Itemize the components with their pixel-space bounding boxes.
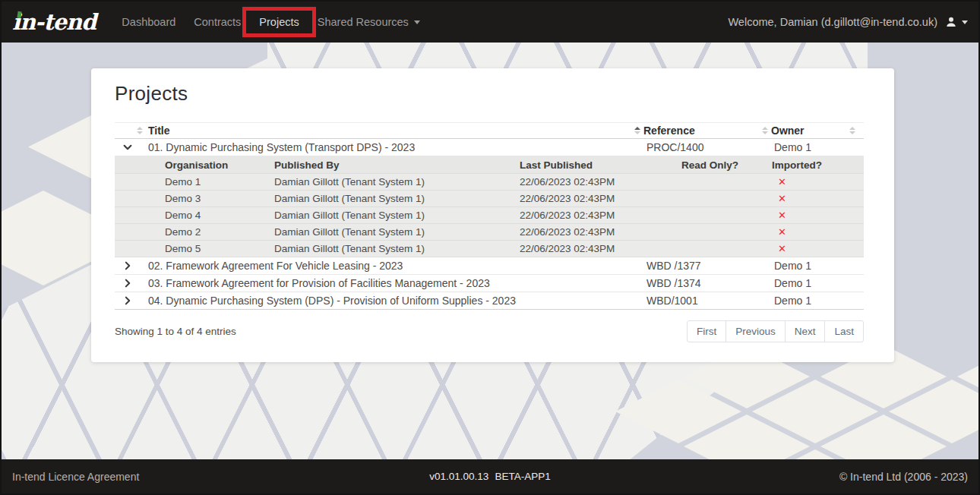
last-published-cell: 22/06/2023 02:43PM: [520, 243, 681, 254]
sort-icon: [849, 127, 855, 134]
subcolumn-read-only: Read Only?: [681, 159, 772, 171]
version-text: v01.01.00.13BETA-APP1: [2, 471, 978, 482]
licence-agreement-link[interactable]: In-tend Licence Agreement: [12, 471, 139, 483]
organisation-cell: Demo 3: [165, 193, 274, 204]
project-title: 03. Framework Agreement for Provision of…: [148, 277, 634, 289]
caret-down-icon: [962, 20, 968, 24]
project-owner: Demo 1: [762, 277, 841, 289]
subtable-row: Demo 4 Damian Gillott (Tenant System 1) …: [115, 207, 864, 224]
subcolumn-imported: Imported?: [772, 159, 864, 171]
not-imported-cross-icon: ✕: [772, 243, 864, 254]
collapse-row-chevron-down-icon[interactable]: [122, 142, 133, 153]
project-title: 04. Dynamic Purchasing System (DPS) - Pr…: [148, 295, 634, 307]
intend-logo[interactable]: in-tend: [12, 9, 102, 35]
subtable-row: Demo 2 Damian Gillott (Tenant System 1) …: [115, 224, 864, 241]
project-reference: WBD /1377: [634, 260, 762, 272]
not-imported-cross-icon: ✕: [772, 210, 864, 221]
column-header-label: Reference: [643, 125, 695, 137]
top-navbar: in-tend Dashboard Contracts Projects Sha…: [2, 2, 978, 43]
header-extra-sort[interactable]: [841, 127, 864, 134]
projects-table: Title Reference Owner: [115, 122, 864, 310]
last-published-cell: 22/06/2023 02:43PM: [520, 193, 681, 204]
subcolumn-organisation: Organisation: [165, 159, 274, 171]
not-imported-cross-icon: ✕: [772, 226, 864, 238]
app-window: in-tend Dashboard Contracts Projects Sha…: [0, 0, 980, 495]
nav-item-label: Projects: [259, 16, 299, 28]
nav-item-projects[interactable]: Projects: [250, 2, 308, 43]
pagination: First Previous Next Last: [687, 320, 864, 342]
subtable-row: Demo 1 Damian Gillott (Tenant System 1) …: [115, 174, 864, 191]
version-number: v01.01.00.13: [429, 471, 488, 482]
caret-down-icon: [414, 20, 420, 24]
project-publications-subtable: Organisation Published By Last Published…: [115, 156, 864, 257]
not-imported-cross-icon: ✕: [772, 193, 864, 204]
published-by-cell: Damian Gillott (Tenant System 1): [274, 243, 520, 254]
header-title-sort[interactable]: [115, 127, 148, 134]
table-header-row: Title Reference Owner: [115, 122, 864, 139]
pagination-next-button[interactable]: Next: [785, 320, 826, 342]
project-owner: Demo 1: [762, 260, 841, 272]
project-reference: WBD/1001: [634, 295, 762, 307]
table-row: 04. Dynamic Purchasing System (DPS) - Pr…: [115, 292, 864, 310]
sort-icon: [762, 127, 768, 134]
organisation-cell: Demo 4: [165, 210, 274, 221]
table-row: 01. Dynamic Purchasing System (Transport…: [115, 139, 864, 156]
expand-row-chevron-right-icon[interactable]: [122, 295, 133, 306]
project-owner: Demo 1: [762, 141, 841, 153]
published-by-cell: Damian Gillott (Tenant System 1): [274, 210, 520, 221]
main-area: Projects Title Reference Owner: [2, 43, 978, 459]
published-by-cell: Damian Gillott (Tenant System 1): [274, 193, 520, 204]
subtable-header-row: Organisation Published By Last Published…: [115, 156, 864, 174]
table-footer: Showing 1 to 4 of 4 entries First Previo…: [115, 320, 864, 342]
last-published-cell: 22/06/2023 02:43PM: [520, 210, 681, 221]
column-header-reference[interactable]: Reference: [634, 125, 762, 137]
pagination-previous-button[interactable]: Previous: [726, 320, 786, 342]
organisation-cell: Demo 2: [165, 226, 274, 238]
expand-row-chevron-right-icon[interactable]: [122, 260, 133, 271]
nav-item-label: Shared Resources: [318, 16, 409, 28]
page-footer: In-tend Licence Agreement v01.01.00.13BE…: [2, 459, 978, 493]
sort-icon-ascending: [634, 127, 640, 134]
last-published-cell: 22/06/2023 02:43PM: [520, 226, 681, 238]
table-row: 03. Framework Agreement for Provision of…: [115, 275, 864, 292]
published-by-cell: Damian Gillott (Tenant System 1): [274, 226, 520, 238]
copyright-text: © In-tend Ltd (2006 - 2023): [839, 471, 968, 483]
subcolumn-last-published: Last Published: [520, 159, 681, 171]
last-published-cell: 22/06/2023 02:43PM: [520, 176, 681, 188]
page-title: Projects: [115, 82, 864, 106]
nav-item-dashboard[interactable]: Dashboard: [112, 2, 185, 43]
column-header-title[interactable]: Title: [148, 125, 634, 137]
build-label: BETA-APP1: [495, 471, 550, 482]
project-title: 01. Dynamic Purchasing System (Transport…: [148, 141, 634, 153]
not-imported-cross-icon: ✕: [772, 176, 864, 188]
column-header-label: Owner: [771, 125, 805, 137]
column-header-owner[interactable]: Owner: [762, 125, 841, 137]
nav-item-label: Dashboard: [122, 16, 175, 28]
user-menu-button[interactable]: [945, 16, 968, 28]
project-owner: Demo 1: [762, 295, 841, 307]
navbar-right: Welcome, Damian (d.gillott@in-tend.co.uk…: [728, 16, 968, 28]
nav-menu: Dashboard Contracts Projects Shared Reso…: [112, 2, 428, 43]
published-by-cell: Damian Gillott (Tenant System 1): [274, 176, 520, 188]
subcolumn-published-by: Published By: [274, 159, 520, 171]
sort-icon: [137, 127, 143, 134]
projects-card: Projects Title Reference Owner: [91, 68, 894, 362]
nav-item-shared-resources[interactable]: Shared Resources: [308, 2, 429, 43]
project-reference: PROC/1400: [634, 141, 762, 153]
project-title: 02. Framework Agreement For Vehicle Leas…: [148, 260, 634, 272]
expand-row-chevron-right-icon[interactable]: [122, 278, 133, 288]
table-row: 02. Framework Agreement For Vehicle Leas…: [115, 257, 864, 275]
entries-info: Showing 1 to 4 of 4 entries: [115, 326, 236, 337]
nav-item-label: Contracts: [194, 16, 241, 28]
project-reference: WBD /1374: [634, 277, 762, 289]
organisation-cell: Demo 5: [165, 243, 274, 254]
pagination-first-button[interactable]: First: [687, 320, 726, 342]
subtable-row: Demo 5 Damian Gillott (Tenant System 1) …: [115, 241, 864, 257]
welcome-text: Welcome, Damian (d.gillott@in-tend.co.uk…: [728, 16, 937, 28]
user-icon: [945, 16, 957, 28]
organisation-cell: Demo 1: [165, 176, 274, 188]
brand-text: in-tend: [12, 9, 96, 35]
subtable-row: Demo 3 Damian Gillott (Tenant System 1) …: [115, 191, 864, 207]
pagination-last-button[interactable]: Last: [824, 320, 864, 342]
nav-item-contracts[interactable]: Contracts: [185, 2, 250, 43]
